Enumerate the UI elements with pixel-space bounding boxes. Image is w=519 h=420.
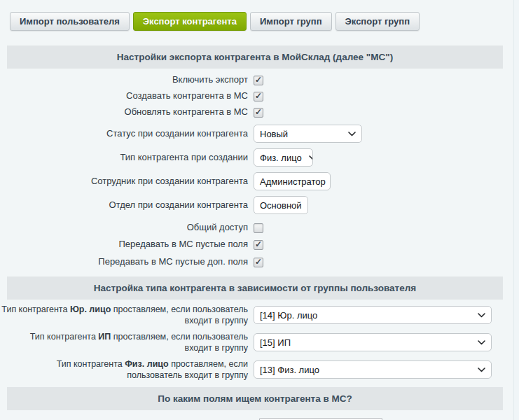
select-value: [15] ИП [260,337,291,348]
field-label: Статус при создании контрагента [0,128,254,140]
row-group-fiz: Тип контрагента Физ. лицо проставляем, е… [0,360,519,379]
chevron-down-icon [478,313,485,318]
row-enable-export: Включить экспорт [0,72,519,88]
row-shared-access: Общий доступ [0,220,519,236]
field-label: Тип контрагента Юр. лицо проставляем, ес… [0,304,254,327]
field-label: Отдел при создании контрагента [0,200,254,211]
select-value: Новый [260,129,288,139]
row-group-jur: Тип контрагента Юр. лицо проставляем, ес… [0,306,519,324]
tab-export-groups[interactable]: Экспорт групп [335,12,420,31]
field-label: Включить экспорт [0,74,254,86]
group-jur-select[interactable]: [14] Юр. лицо [254,306,492,324]
select-value: Основной [260,200,302,211]
create-counterparty-checkbox[interactable] [254,92,263,102]
row-send-empty-custom-fields: Передавать в МС пустые доп. поля [0,254,519,270]
select-value: Физ. лицо [260,153,302,163]
row-group-ip: Тип контрагента ИП проставляем, если пол… [0,333,519,351]
tab-import-user[interactable]: Импорт пользователя [10,12,130,31]
row-update-counterparty: Обновлять контрагента в МС [0,104,519,120]
section-title-search-fields: По каким полям ищем контрагента в МС? [7,387,503,410]
field-label: Тип контрагента ИП проставляем, если пол… [0,331,254,354]
row-create-counterparty: Создавать контрагента в МС [0,88,519,104]
field-label: Тип контрагента Физ. лицо проставляем, е… [0,358,254,382]
row-department: Отдел при создании контрагента Основной [0,193,519,217]
tab-import-groups[interactable]: Импорт групп [250,12,332,31]
field-label: Обновлять контрагента в МС [0,106,254,118]
enable-export-checkbox[interactable] [254,76,263,85]
shared-access-checkbox[interactable] [254,223,263,233]
chevron-down-icon [478,340,485,345]
send-empty-custom-fields-checkbox[interactable] [254,258,263,267]
field-label: Создавать контрагента в МС [0,90,254,102]
type-select[interactable]: Физ. лицо [254,148,313,167]
settings-page: Импорт пользователя Экспорт контрагента … [0,0,519,420]
section-title-type-mapping: Настройка типа контрагента в зависимости… [7,276,503,300]
row-employee: Сотрудник при создании контрагента Админ… [0,169,519,193]
group-fiz-select[interactable]: [13] Физ. лицо [254,360,492,379]
chevron-down-icon [309,155,313,160]
status-select[interactable]: Новый [254,125,362,143]
field-label: Общий доступ [0,222,254,234]
field-label: Передавать в МС пустые поля [0,239,254,251]
employee-select[interactable]: Администратор [254,172,331,190]
field-label: Передавать в МС пустые доп. поля [0,256,254,268]
tab-bar: Импорт пользователя Экспорт контрагента … [10,12,420,31]
field-label: Тип контрагента при создании [0,152,254,164]
select-value: Администратор [260,176,326,187]
group-ip-select[interactable]: [15] ИП [254,333,492,351]
select-value: [13] Физ. лицо [260,365,319,375]
section-title-export-settings: Настройки экспорта контрагента в МойСкла… [7,46,503,69]
row-send-empty-fields: Передавать в МС пустые поля [0,237,519,253]
chevron-down-icon [348,132,356,136]
row-type: Тип контрагента при создании Физ. лицо [0,146,519,169]
department-select[interactable]: Основной [254,196,308,214]
export-settings-rows: Включить экспорт Создавать контрагента в… [0,72,519,270]
row-status: Статус при создании контрагента Новый [0,122,519,146]
tab-export-counterparty[interactable]: Экспорт контрагента [133,12,247,31]
chevron-down-icon [478,368,485,372]
send-empty-fields-checkbox[interactable] [254,240,263,250]
type-mapping-rows: Тип контрагента Юр. лицо проставляем, ес… [0,300,519,379]
field-label: Сотрудник при создании контрагента [0,176,254,188]
update-counterparty-checkbox[interactable] [254,108,263,118]
select-value: [14] Юр. лицо [260,310,317,321]
